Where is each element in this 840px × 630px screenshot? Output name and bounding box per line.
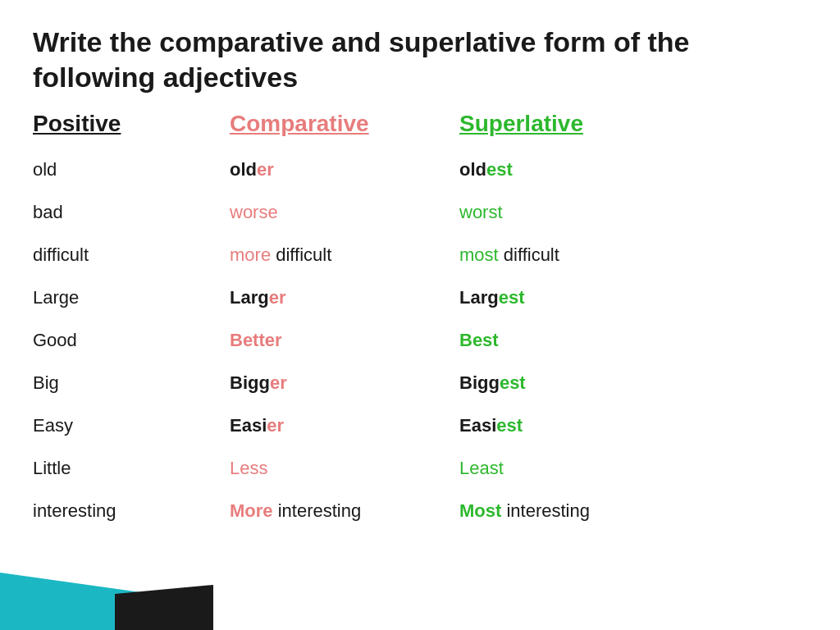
positive-cell: Little [33, 458, 230, 479]
superlative-cell: Biggest [459, 372, 807, 394]
comparative-cell: older [230, 159, 459, 180]
adjectives-table: oldolderoldestbadworseworstdifficultmore… [33, 148, 807, 532]
comparative-part: er [267, 415, 284, 436]
header-positive: Positive [33, 111, 230, 137]
comparative-part: worse [230, 202, 278, 222]
comparative-cell: Larger [230, 287, 459, 308]
superlative-cell: worst [459, 202, 807, 223]
superlative-part: interesting [501, 500, 590, 521]
positive-cell: Large [33, 287, 230, 308]
comparative-part: er [270, 372, 287, 393]
positive-cell: old [33, 159, 230, 180]
comparative-part: er [269, 287, 286, 308]
superlative-part: Least [459, 458, 504, 478]
superlative-cell: oldest [459, 159, 807, 180]
comparative-cell: Easier [230, 415, 459, 436]
superlative-part: Easi [459, 415, 496, 436]
positive-cell: difficult [33, 244, 230, 266]
superlative-part: est [496, 415, 523, 436]
superlative-cell: Most interesting [459, 500, 807, 522]
superlative-cell: Least [459, 458, 807, 479]
table-row: oldolderoldest [33, 148, 807, 191]
positive-cell: Good [33, 330, 230, 351]
superlative-part: most [459, 244, 499, 265]
comparative-part: Less [230, 458, 267, 478]
comparative-part: Larg [230, 287, 269, 308]
comparative-part: Bigg [230, 372, 270, 393]
comparative-cell: worse [230, 202, 459, 223]
comparative-part: more [230, 244, 271, 265]
superlative-cell: Best [459, 330, 807, 351]
comparative-part: Better [230, 330, 282, 350]
superlative-cell: most difficult [459, 244, 807, 266]
comparative-part: difficult [271, 244, 331, 265]
comparative-cell: Bigger [230, 372, 459, 394]
comparative-cell: Better [230, 330, 459, 351]
table-row: EasyEasierEasiest [33, 404, 807, 447]
superlative-cell: Easiest [459, 415, 807, 436]
comparative-part: er [257, 159, 274, 180]
superlative-part: est [499, 287, 525, 308]
comparative-part: old [230, 159, 257, 180]
superlative-part: Larg [459, 287, 499, 308]
table-row: interestingMore interestingMost interest… [33, 490, 807, 532]
table-row: GoodBetterBest [33, 319, 807, 362]
comparative-cell: more difficult [230, 244, 459, 266]
positive-cell: bad [33, 202, 230, 223]
positive-cell: interesting [33, 500, 230, 522]
page-title: Write the comparative and superlative fo… [33, 25, 807, 94]
bottom-decoration [0, 564, 230, 630]
superlative-part: Most [459, 500, 501, 521]
table-row: difficultmore difficultmost difficult [33, 234, 807, 276]
comparative-part: interesting [273, 500, 362, 521]
header-superlative: Superlative [459, 111, 807, 137]
table-row: LittleLessLeast [33, 447, 807, 490]
superlative-cell: Largest [459, 287, 807, 308]
superlative-part: est [500, 372, 526, 393]
comparative-part: More [230, 500, 273, 521]
table-row: badworseworst [33, 191, 807, 234]
superlative-part: est [486, 159, 513, 180]
page: Write the comparative and superlative fo… [0, 0, 840, 630]
table-row: LargeLargerLargest [33, 276, 807, 319]
header-comparative: Comparative [230, 111, 459, 137]
positive-cell: Easy [33, 415, 230, 436]
superlative-part: old [459, 159, 486, 180]
superlative-part: Bigg [459, 372, 500, 393]
comparative-part: Easi [230, 415, 267, 436]
superlative-part: difficult [499, 244, 559, 265]
superlative-part: Best [459, 330, 499, 350]
superlative-part: worst [459, 202, 503, 222]
comparative-cell: Less [230, 458, 459, 479]
positive-cell: Big [33, 372, 230, 394]
table-header: Positive Comparative Superlative [33, 111, 807, 140]
table-row: BigBiggerBiggest [33, 362, 807, 404]
comparative-cell: More interesting [230, 500, 459, 522]
